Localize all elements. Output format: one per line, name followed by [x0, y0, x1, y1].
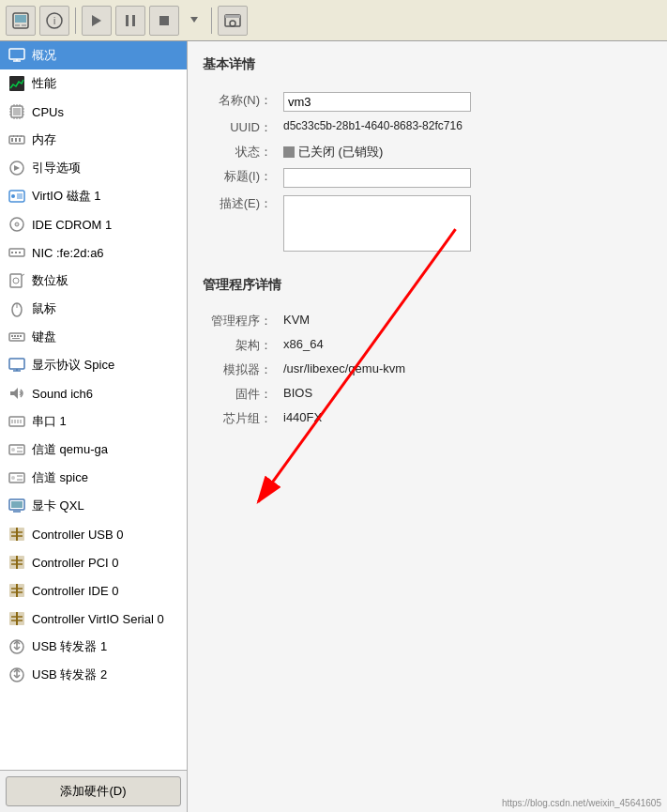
memory-icon [8, 130, 26, 149]
svg-marker-10 [190, 17, 198, 23]
sound-icon [8, 384, 26, 403]
svg-rect-34 [15, 138, 17, 142]
arch-value: x86_64 [278, 333, 652, 358]
main-content: 概况 性能 [0, 41, 667, 812]
sidebar-item-usb-redirect2[interactable]: USB 转发器 2 [0, 661, 187, 689]
sidebar-item-channel-spice-label: 信道 spice [32, 469, 88, 486]
sidebar-item-usb-redirect1[interactable]: USB 转发器 1 [0, 633, 187, 661]
cpu-icon [8, 102, 26, 121]
name-input[interactable] [283, 92, 471, 112]
mgmt-info-table: 管理程序： KVM 架构： x86_64 模拟器： /usr/libexec/q… [203, 309, 652, 431]
sidebar-item-channel-qemu-ga[interactable]: 信道 qemu-ga [0, 436, 187, 464]
uuid-label: UUID： [203, 115, 278, 140]
hypervisor-row: 管理程序： KVM [203, 309, 652, 333]
snapshot-btn[interactable] [218, 6, 248, 36]
dropdown-btn[interactable] [183, 9, 205, 32]
boot-icon [8, 159, 26, 177]
name-row: 名称(N)： [203, 88, 652, 115]
channel-qemu-icon [8, 440, 26, 459]
sidebar-item-mouse[interactable]: 鼠标 [0, 295, 187, 323]
svg-rect-51 [10, 274, 22, 287]
svg-rect-49 [15, 252, 17, 253]
sidebar-item-overview-label: 概况 [32, 47, 56, 64]
sidebar-item-ctrl-ide0[interactable]: Controller IDE 0 [0, 576, 187, 605]
sidebar-item-ctrl-ide0-label: Controller IDE 0 [32, 584, 118, 598]
sidebar-list: 概况 性能 [0, 41, 187, 770]
add-hardware-btn[interactable]: 添加硬件(D) [6, 776, 181, 806]
title-label: 标题(I)： [203, 164, 278, 192]
play-btn[interactable] [82, 6, 112, 36]
sidebar-item-channel-spice[interactable]: 信道 spice [0, 464, 187, 492]
svg-rect-2 [15, 24, 20, 26]
svg-point-53 [13, 278, 19, 283]
sidebar: 概况 性能 [0, 41, 188, 812]
usb-redirect1-icon [8, 637, 26, 656]
basic-section-title: 基本详情 [203, 56, 652, 77]
svg-rect-33 [11, 138, 13, 142]
sidebar-item-video-qxl[interactable]: 显卡 QXL [0, 492, 187, 520]
sidebar-item-ide-cdrom[interactable]: IDE CDROM 1 [0, 210, 187, 238]
svg-rect-37 [17, 135, 18, 137]
stop-btn[interactable] [149, 6, 179, 36]
sidebar-item-boot[interactable]: 引导选项 [0, 154, 187, 182]
hypervisor-label: 管理程序： [203, 309, 278, 333]
svg-marker-65 [10, 388, 18, 399]
sidebar-item-boot-label: 引导选项 [32, 160, 81, 176]
sidebar-item-sound-ich6[interactable]: Sound ich6 [0, 379, 187, 407]
svg-rect-59 [17, 335, 19, 337]
svg-point-46 [15, 222, 19, 226]
title-input[interactable] [283, 168, 471, 188]
ctrl-pci0-icon [8, 553, 26, 572]
sidebar-item-performance[interactable]: 性能 [0, 69, 187, 98]
sidebar-item-ctrl-virtio-serial0[interactable]: Controller VirtIO Serial 0 [0, 605, 187, 633]
right-panel: 基本详情 名称(N)： UUID： d5c33c5b-28b1-4640-868… [188, 41, 667, 812]
pause-btn[interactable] [115, 6, 145, 36]
sidebar-item-cpus-label: CPUs [32, 105, 64, 119]
name-label: 名称(N)： [203, 88, 278, 115]
sidebar-item-keyboard[interactable]: 键盘 [0, 323, 187, 351]
sidebar-item-virtio-disk-label: VirtIO 磁盘 1 [32, 188, 100, 205]
mouse-icon [8, 299, 26, 318]
status-value-cell: 已关闭 (已销毁) [278, 140, 652, 164]
sidebar-item-overview[interactable]: 概况 [0, 41, 187, 69]
desc-textarea[interactable] [283, 195, 471, 252]
svg-rect-61 [12, 338, 20, 339]
sidebar-item-serial[interactable]: 串口 1 [0, 407, 187, 436]
sidebar-item-tablet-label: 数位板 [32, 272, 68, 289]
sidebar-item-cpus[interactable]: CPUs [0, 98, 187, 126]
ctrl-usb0-icon [8, 525, 26, 544]
chipset-label: 芯片组： [203, 406, 278, 431]
uuid-row: UUID： d5c33c5b-28b1-4640-8683-82fc716 [203, 115, 652, 140]
overview-icon-btn[interactable] [6, 6, 36, 36]
status-text: 已关闭 (已销毁) [298, 144, 383, 161]
title-row: 标题(I)： [203, 164, 652, 192]
sidebar-item-mouse-label: 鼠标 [32, 300, 56, 317]
sidebar-item-keyboard-label: 键盘 [32, 329, 56, 345]
sidebar-item-ctrl-virtio-serial0-label: Controller VirtIO Serial 0 [32, 612, 164, 626]
sidebar-item-ctrl-usb0[interactable]: Controller USB 0 [0, 520, 187, 548]
sidebar-item-tablet[interactable]: 数位板 [0, 267, 187, 295]
svg-rect-3 [22, 24, 26, 26]
svg-rect-48 [11, 252, 13, 253]
desc-label: 描述(E)： [203, 192, 278, 258]
svg-rect-66 [9, 417, 24, 426]
desc-row: 描述(E)： [203, 192, 652, 258]
sidebar-item-ctrl-pci0-label: Controller PCI 0 [32, 556, 118, 570]
sidebar-item-video-qxl-label: 显卡 QXL [32, 498, 84, 514]
sidebar-item-ctrl-pci0[interactable]: Controller PCI 0 [0, 548, 187, 576]
details-icon-btn[interactable]: i [39, 6, 69, 36]
keyboard-icon [8, 328, 26, 346]
svg-marker-6 [92, 15, 101, 26]
sidebar-item-ide-cdrom-label: IDE CDROM 1 [32, 218, 112, 232]
sidebar-item-virtio-disk[interactable]: VirtIO 磁盘 1 [0, 182, 187, 210]
svg-rect-58 [14, 335, 16, 337]
sidebar-item-memory-label: 内存 [32, 131, 56, 148]
svg-point-72 [11, 448, 15, 452]
svg-point-41 [11, 194, 15, 198]
sidebar-item-display-spice[interactable]: 显示协议 Spice [0, 351, 187, 379]
desc-value-cell [278, 192, 652, 258]
sidebar-item-nic[interactable]: NIC :fe:2d:a6 [0, 238, 187, 267]
sidebar-item-sound-label: Sound ich6 [32, 387, 93, 401]
emulator-label: 模拟器： [203, 358, 278, 382]
sidebar-item-memory[interactable]: 内存 [0, 126, 187, 154]
